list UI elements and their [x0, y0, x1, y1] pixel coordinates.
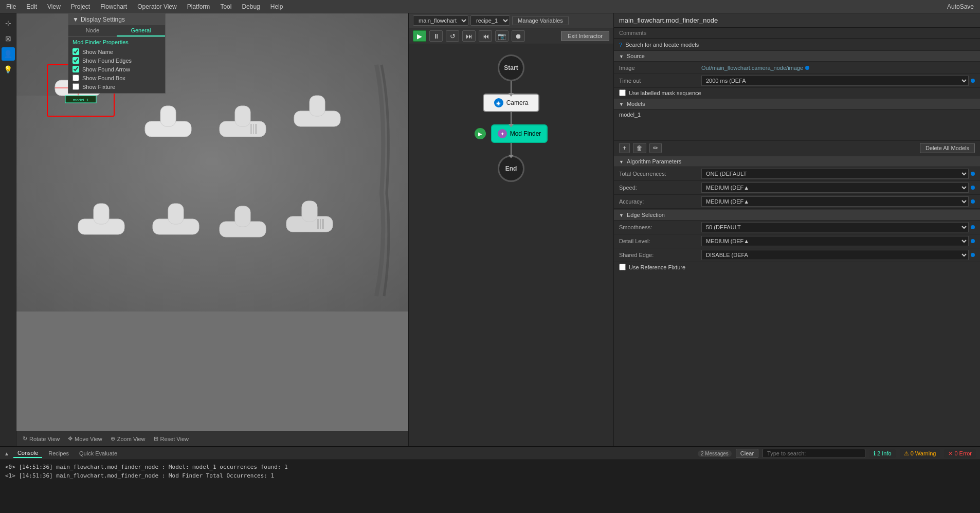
- rotate-view-btn[interactable]: ↻ Rotate View: [23, 435, 60, 442]
- smoothness-select[interactable]: 50 (DEFAULT: [701, 222, 969, 232]
- clear-btn[interactable]: Clear: [736, 449, 758, 458]
- menu-tool[interactable]: Tool: [218, 2, 233, 11]
- console-collapse-icon[interactable]: ▲: [4, 451, 9, 456]
- show-found-arrow-checkbox[interactable]: [72, 66, 79, 72]
- ds-item-show-fixture[interactable]: Show Fixture: [68, 82, 165, 93]
- zoom-view-label: Zoom View: [117, 436, 146, 442]
- refresh-btn[interactable]: ↺: [446, 30, 459, 42]
- toolbar-person-btn[interactable]: 👤: [2, 47, 15, 61]
- show-fixture-checkbox[interactable]: [72, 83, 79, 90]
- modfinder-rect[interactable]: ✦ Mod Finder: [491, 124, 548, 143]
- menu-flowchart[interactable]: Flowchart: [98, 2, 129, 11]
- shared-edge-select[interactable]: DISABLE (DEFA: [701, 250, 969, 260]
- fc-end-node[interactable]: End: [498, 155, 524, 182]
- console-search-input[interactable]: [763, 449, 865, 458]
- help-icon[interactable]: ?: [619, 42, 622, 48]
- info-badge[interactable]: ℹ 2 Info: [869, 449, 896, 458]
- use-ref-fixture-checkbox[interactable]: [619, 264, 626, 270]
- menu-view[interactable]: View: [45, 2, 63, 11]
- detail-select[interactable]: MEDIUM (DEF▲: [701, 236, 969, 246]
- svg-rect-17: [253, 124, 254, 134]
- ds-item-show-name[interactable]: Show Name: [68, 47, 165, 56]
- zoom-view-btn[interactable]: ⊕ Zoom View: [111, 435, 146, 442]
- algorithm-section-header[interactable]: Algorithm Parameters: [614, 156, 980, 167]
- menu-help[interactable]: Help: [268, 2, 285, 11]
- record-btn[interactable]: ⏺: [512, 30, 525, 42]
- edge-section-header[interactable]: Edge Selection: [614, 210, 980, 221]
- console-message-1: <1> [14:51:36] main_flowchart.mod_finder…: [5, 472, 975, 481]
- console-messages: <0> [14:51:36] main_flowchart.mod_finder…: [0, 460, 980, 513]
- speed-select[interactable]: MEDIUM (DEF▲: [701, 182, 969, 193]
- edit-model-btn[interactable]: ✏: [649, 143, 662, 153]
- add-model-btn[interactable]: +: [619, 143, 630, 153]
- smoothness-row: Smoothness: 50 (DEFAULT: [614, 221, 980, 234]
- shared-edge-dot: [971, 253, 975, 257]
- move-view-btn[interactable]: ✥ Move View: [68, 435, 102, 442]
- display-settings-tabs: Node General: [68, 25, 165, 37]
- show-name-checkbox[interactable]: [72, 48, 79, 55]
- display-settings-panel: ▼ Display Settings Node General Mod Find…: [68, 13, 166, 94]
- error-badge[interactable]: ✕ 0 Error: [944, 449, 976, 458]
- pause-btn[interactable]: ⏸: [429, 30, 443, 42]
- flowchart-select[interactable]: main_flowchart: [413, 15, 468, 26]
- ds-item-show-found-edges[interactable]: Show Found Edges: [68, 56, 165, 65]
- models-section: Models model_1 + 🗑 ✏ Delete All Models: [614, 99, 980, 155]
- play-btn[interactable]: ▶: [413, 30, 426, 42]
- menu-project[interactable]: Project: [69, 2, 92, 11]
- source-section-header[interactable]: Source: [614, 51, 980, 62]
- warning-badge[interactable]: ⚠ 0 Warning: [900, 449, 940, 458]
- show-name-label: Show Name: [82, 49, 113, 55]
- timeout-select[interactable]: 2000 ms (DEFA: [701, 76, 969, 86]
- toolbar-pointer-btn[interactable]: ⊹: [2, 16, 15, 30]
- total-occ-select[interactable]: ONE (DEFAULT: [701, 169, 969, 179]
- modfinder-label: Mod Finder: [510, 130, 541, 137]
- menu-edit[interactable]: Edit: [24, 2, 39, 11]
- console-tab-console[interactable]: Console: [13, 449, 42, 458]
- console-tab-quick-evaluate[interactable]: Quick Evaluate: [75, 449, 121, 457]
- reset-view-icon: ⊞: [154, 435, 158, 442]
- snapshot-btn[interactable]: 📷: [495, 30, 509, 42]
- display-settings-header[interactable]: ▼ Display Settings: [68, 14, 165, 25]
- delete-model-btn[interactable]: 🗑: [633, 143, 646, 153]
- ds-tab-general[interactable]: General: [117, 25, 165, 36]
- console-tab-recipes[interactable]: Recipes: [44, 449, 73, 457]
- speed-row: Speed: MEDIUM (DEF▲: [614, 181, 980, 195]
- fc-arrow-3: [511, 143, 512, 155]
- smoothness-label: Smoothness:: [619, 224, 701, 230]
- right-panel-body: ? Search for and locate models Source Im…: [614, 39, 980, 446]
- timeout-dot: [971, 79, 975, 83]
- modfinder-play-btn[interactable]: ▶: [475, 128, 486, 139]
- toolbar-pan-btn[interactable]: ⊠: [2, 32, 15, 45]
- fc-start-node[interactable]: Start: [498, 54, 524, 81]
- menu-file[interactable]: File: [4, 2, 18, 11]
- image-link[interactable]: Out/main_flowchart.camera_node/image: [701, 65, 803, 71]
- menubar: File Edit View Project Flowchart Operato…: [0, 0, 980, 13]
- manage-variables-btn[interactable]: Manage Variables: [512, 16, 569, 25]
- toolbar-lightbulb-btn[interactable]: 💡: [2, 63, 15, 76]
- accuracy-select[interactable]: MEDIUM (DEF▲: [701, 196, 969, 207]
- models-toolbar: + 🗑 ✏ Delete All Models: [614, 140, 980, 155]
- delete-all-models-btn[interactable]: Delete All Models: [920, 143, 975, 153]
- ds-item-show-found-box[interactable]: Show Found Box: [68, 74, 165, 82]
- recipe-select[interactable]: recipe_1: [470, 15, 510, 26]
- shared-edge-container: DISABLE (DEFA: [701, 250, 975, 260]
- step-next-btn[interactable]: ⏭: [462, 30, 476, 42]
- step-end-btn[interactable]: ⏮: [479, 30, 492, 42]
- menu-platform[interactable]: Platform: [185, 2, 212, 11]
- show-found-box-checkbox[interactable]: [72, 75, 79, 81]
- menu-debug[interactable]: Debug: [240, 2, 262, 11]
- show-found-edges-label: Show Found Edges: [82, 58, 132, 64]
- camera-icon: ◉: [494, 98, 503, 107]
- exit-interactor-btn[interactable]: Exit Interactor: [561, 31, 609, 41]
- model-item-1[interactable]: model_1: [619, 112, 975, 118]
- models-section-header[interactable]: Models: [614, 99, 980, 109]
- menu-operator-view[interactable]: Operator View: [135, 2, 178, 11]
- reset-view-btn[interactable]: ⊞ Reset View: [154, 435, 189, 442]
- ds-tab-node[interactable]: Node: [68, 25, 117, 36]
- show-found-edges-checkbox[interactable]: [72, 57, 79, 64]
- viewport: MOTENNE model_1: [16, 13, 408, 446]
- move-view-label: Move View: [75, 436, 102, 442]
- ds-item-show-found-arrow[interactable]: Show Found Arrow: [68, 65, 165, 74]
- mask-sequence-checkbox[interactable]: [619, 89, 626, 96]
- models-triangle-icon: [619, 101, 624, 107]
